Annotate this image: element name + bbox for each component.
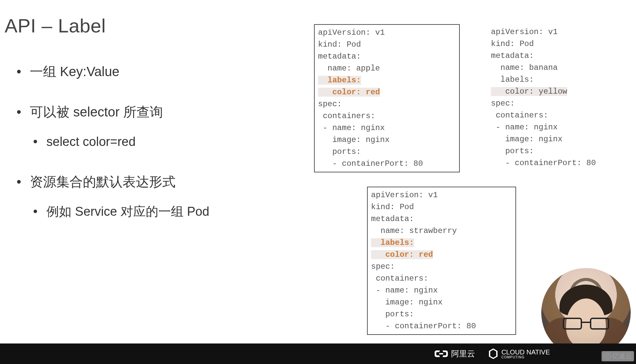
bullet-list: 一组 Key:Value 可以被 selector 所查询 select col…	[13, 63, 285, 243]
presenter-collar	[568, 321, 604, 334]
yaml-box-strawberry: apiVersion: v1 kind: Pod metadata: name:…	[367, 187, 516, 335]
highlight-labels: labels:	[371, 238, 414, 247]
bullet-item: 资源集合的默认表达形式	[13, 173, 285, 190]
aliyun-text: 阿里云	[451, 348, 475, 359]
code-block: apiVersion: v1 kind: Pod metadata: name:…	[371, 189, 512, 332]
footer-bar: 阿里云 CLOUD NATIVE COMPUTING	[0, 343, 636, 364]
presenter-hair	[559, 285, 612, 316]
highlight-color-plain: color: yellow	[491, 87, 567, 96]
highlight-labels: labels:	[318, 76, 361, 85]
bullet-item: 一组 Key:Value	[13, 63, 285, 80]
cloud-native-text: CLOUD NATIVE COMPUTING	[502, 349, 550, 359]
watermark-icon	[604, 353, 611, 360]
slide-title: API – Label	[5, 15, 106, 37]
bullet-item: 可以被 selector 所查询	[13, 103, 285, 120]
watermark-text: 亿速云	[612, 352, 632, 361]
glasses-icon	[563, 318, 609, 330]
bullet-subitem: 例如 Service 对应的一组 Pod	[13, 204, 285, 220]
watermark: 亿速云	[602, 351, 634, 361]
slide: API – Label 一组 Key:Value 可以被 selector 所查…	[0, 0, 636, 364]
hexagon-icon	[488, 348, 498, 359]
code-block: apiVersion: v1 kind: Pod metadata: name:…	[491, 26, 630, 169]
yaml-box-banana: apiVersion: v1 kind: Pod metadata: name:…	[488, 24, 633, 171]
presenter-face	[566, 298, 606, 348]
yaml-box-apple: apiVersion: v1 kind: Pod metadata: name:…	[314, 24, 460, 172]
cloud-native-logo: CLOUD NATIVE COMPUTING	[488, 348, 550, 359]
aliyun-icon	[435, 349, 448, 358]
highlight-color: color: red	[371, 250, 433, 259]
aliyun-logo: 阿里云	[435, 348, 475, 359]
bullet-subitem: select color=red	[13, 134, 285, 150]
highlight-color: color: red	[318, 88, 380, 97]
code-block: apiVersion: v1 kind: Pod metadata: name:…	[318, 27, 456, 170]
